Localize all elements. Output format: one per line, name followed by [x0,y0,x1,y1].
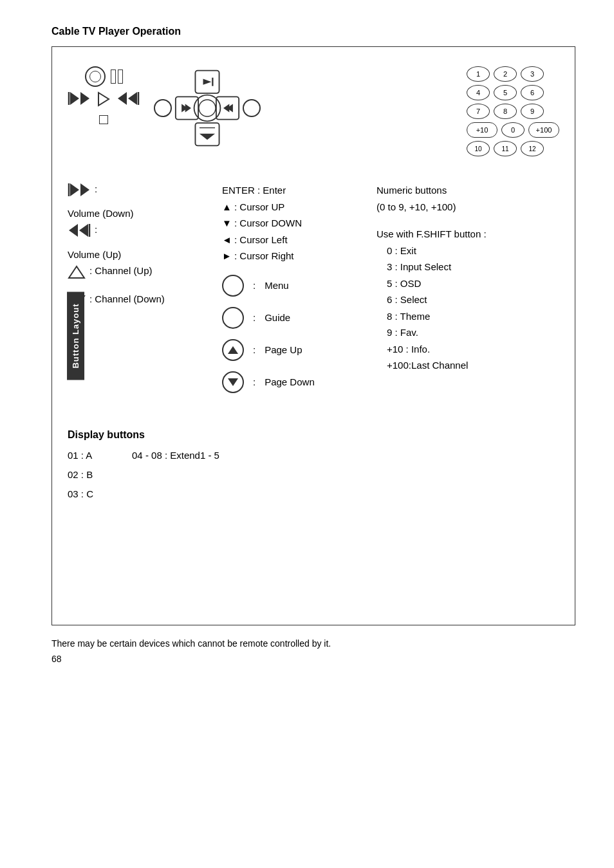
page-down-row: : Page Down [222,371,364,393]
num-btn-plus10[interactable]: +10 [467,122,498,138]
num-btn-plus100[interactable]: +100 [528,122,559,138]
cursor-down-label: ▼ : Cursor DOWN [222,215,364,232]
num-btn-2[interactable]: 2 [494,66,517,82]
left-column: : Volume (Down) : Volume (Up) [68,182,209,403]
svg-point-14 [199,100,216,116]
guide-row: : Guide [222,307,364,329]
main-box: Button Layout [51,46,575,625]
skip-back-icon [68,91,91,109]
svg-marker-25 [79,224,88,237]
num-btn-7[interactable]: 7 [467,104,490,119]
fshift-title: Use with F.SHIFT button : [377,226,559,243]
page-up-label: Page Up [265,344,302,355]
fshift-item-7: +100:Last Channel [387,357,559,374]
display-col-right: 04 - 08 : Extend1 - 5 [132,446,219,504]
num-btn-10[interactable]: 10 [467,141,490,156]
play-icon [97,91,110,109]
num-btn-9[interactable]: 9 [521,104,544,119]
menu-colon: : [253,280,256,291]
cursor-left-label: ◄ : Cursor Left [222,232,364,248]
cursor-up-label: ▲ : Cursor UP [222,199,364,216]
dpad-left-circle [154,99,172,117]
svg-marker-3 [98,93,109,106]
display-item-01: 01 : A [68,446,93,465]
svg-marker-23 [80,183,89,196]
page-up-row: : Page Up [222,339,364,361]
menu-label: Menu [265,280,289,291]
skip-fwd-colon: : [95,223,97,237]
svg-marker-2 [80,92,89,105]
fshift-item-6: +10 : Info. [387,341,559,358]
bottom-controls-row [68,91,140,109]
channel-up-label: : Channel (Up) [89,264,153,279]
numeric-title: Numeric buttons [377,182,559,199]
enter-label: ENTER : Enter [222,182,364,199]
channel-down-row: : Channel (Down) [68,292,209,314]
num-btn-8[interactable]: 8 [494,104,517,119]
page-down-icon [222,371,244,393]
skip-back-colon: : [95,182,97,197]
display-item-03: 03 : C [68,485,93,504]
svg-marker-29 [228,346,238,354]
channel-down-label: : Channel (Down) [89,292,165,307]
fshift-item-2: 5 : OSD [387,275,559,292]
dpad-cross [174,66,240,150]
icons-row: 1 2 3 4 5 6 7 8 9 +10 [68,60,559,163]
page-number: 68 [51,654,575,664]
skip-fwd-label-icon [68,223,91,242]
fshift-item-5: 9 : Fav. [387,324,559,341]
middle-column: ENTER : Enter ▲ : Cursor UP ▼ : Cursor D… [222,182,364,403]
guide-colon: : [253,312,256,323]
num-btn-5[interactable]: 5 [494,85,517,100]
fshift-item-3: 6 : Select [387,291,559,308]
num-btn-4[interactable]: 4 [467,85,490,100]
svg-marker-19 [200,134,215,140]
svg-marker-30 [228,378,238,386]
pause-icon [111,69,123,84]
dpad-area [165,66,249,150]
fshift-items: 0 : Exit 3 : Input Select 5 : OSD 6 : Se… [377,243,559,374]
menu-circle-icon [222,275,244,297]
sidebar-tab: Button Layout [67,291,84,380]
numeric-buttons-grid: 1 2 3 4 5 6 7 8 9 +10 [467,66,559,156]
channel-up-icon [68,264,86,286]
content-area: : Volume (Down) : Volume (Up) [68,182,559,403]
stop-icon [99,115,108,124]
enter-block: ENTER : Enter ▲ : Cursor UP ▼ : Cursor D… [222,182,364,264]
display-buttons-title: Display buttons [68,429,559,441]
page-title: Cable TV Player Operation [51,26,575,37]
num-btn-1[interactable]: 1 [467,66,490,82]
vol-up-row: : [68,223,209,242]
svg-marker-5 [128,92,137,105]
menu-row: : Menu [222,275,364,297]
right-column: Numeric buttons (0 to 9, +10, +100) Use … [377,182,559,403]
svg-marker-27 [69,266,84,278]
record-icon [85,66,106,87]
top-controls-row [85,66,123,87]
transport-controls [68,66,140,124]
footer-text: There may be certain devices which canno… [51,638,575,649]
fshift-item-0: 0 : Exit [387,243,559,259]
svg-marker-6 [118,92,127,105]
svg-marker-8 [203,79,212,85]
cursor-right-label: ► : Cursor Right [222,248,364,264]
svg-marker-26 [69,224,78,237]
vol-down-row: : [68,182,209,201]
page-down-label: Page Down [265,376,315,387]
skip-back-label-icon [68,182,91,201]
num-btn-6[interactable]: 6 [521,85,544,100]
svg-marker-1 [70,92,79,105]
num-btn-3[interactable]: 3 [521,66,544,82]
num-btn-0[interactable]: 0 [501,122,525,138]
skip-fwd-icon [116,91,140,109]
page-up-colon: : [253,344,256,355]
display-col-left: 01 : A 02 : B 03 : C [68,446,93,504]
fshift-item-4: 8 : Theme [387,308,559,325]
num-btn-12[interactable]: 12 [521,141,544,156]
num-btn-11[interactable]: 11 [494,141,517,156]
guide-circle-icon [222,307,244,329]
svg-marker-22 [70,183,79,196]
vol-up-label: Volume (Up) [68,249,209,260]
display-item-extend: 04 - 08 : Extend1 - 5 [132,446,219,465]
display-section: Display buttons 01 : A 02 : B 03 : C 04 … [68,423,559,504]
